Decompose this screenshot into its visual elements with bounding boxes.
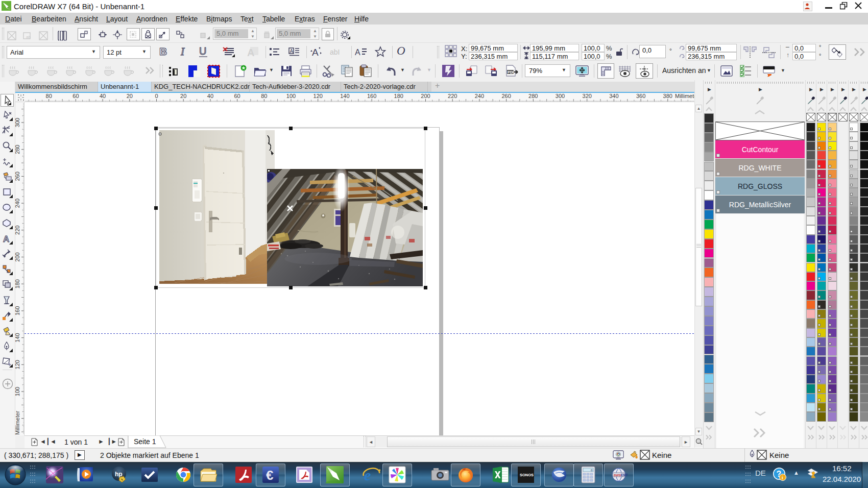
- svg-text:A: A: [312, 47, 319, 58]
- svg-text:ab: ab: [26, 35, 31, 39]
- svg-text:B: B: [159, 45, 167, 57]
- svg-text:€: €: [266, 468, 273, 483]
- svg-text:A: A: [290, 48, 294, 54]
- svg-text:A: A: [247, 47, 254, 58]
- svg-text:A: A: [355, 48, 360, 57]
- svg-text:I: I: [180, 45, 185, 58]
- svg-text:i: i: [782, 475, 783, 480]
- svg-text:A: A: [3, 234, 9, 244]
- svg-text:euroEMT: euroEMT: [614, 473, 628, 477]
- svg-text:SONOS: SONOS: [520, 473, 534, 477]
- svg-text:U: U: [199, 45, 206, 57]
